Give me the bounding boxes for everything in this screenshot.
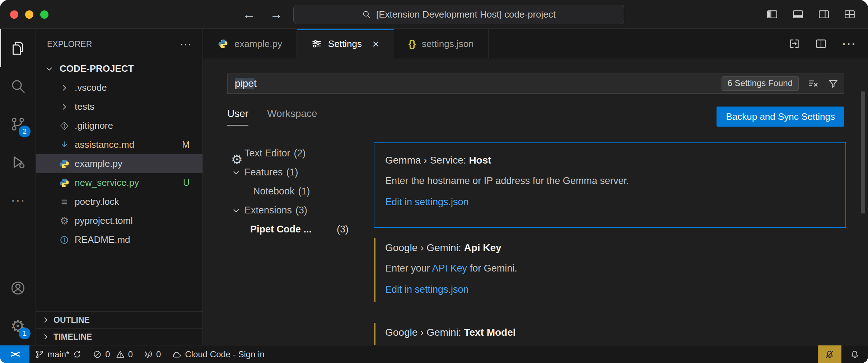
vscode-window: ← → [Extension Development Host] code-pr… [0, 0, 868, 363]
outline-section-header[interactable]: OUTLINE [36, 311, 202, 328]
forward-icon[interactable]: → [270, 7, 283, 22]
customize-layout-icon[interactable] [844, 8, 856, 20]
explorer-more-actions-icon[interactable]: ⋯ [179, 37, 192, 51]
description-text: Enter your [385, 263, 432, 274]
tab-example-py[interactable]: example.py [203, 29, 297, 58]
sync-changes-icon [73, 350, 82, 359]
edit-in-settings-json-link[interactable]: Edit in settings.json [385, 284, 469, 295]
source-control-view-button[interactable]: 2 [0, 105, 36, 143]
explorer-header: EXPLORER ⋯ [36, 29, 202, 59]
notifications-bell[interactable] [841, 345, 868, 363]
setting-item-gemini-api-key[interactable]: Google › Gemini: Api Key Enter your API … [374, 238, 846, 302]
toc-item-text-editor[interactable]: Text Editor (2) [230, 144, 367, 163]
warnings-count: 0 [128, 349, 133, 359]
tree-item-example-py[interactable]: example.py [36, 154, 202, 173]
edit-in-settings-json-link[interactable]: Edit in settings.json [385, 197, 469, 208]
toggle-panel-icon[interactable] [792, 8, 804, 20]
open-changes-icon[interactable] [788, 38, 801, 50]
search-view-button[interactable] [0, 67, 36, 105]
timeline-section-header[interactable]: TIMELINE [36, 328, 202, 345]
setting-category: Gemma › Service: [385, 155, 469, 166]
branch-label: main* [47, 349, 69, 359]
tree-item-new-service-py[interactable]: new_service.py U [36, 173, 202, 192]
scope-tab-workspace[interactable]: Workspace [267, 108, 317, 126]
tree-item-pyproject-toml[interactable]: ⚙ pyproject.toml [36, 211, 202, 230]
settings-scope-tabs: User Workspace [227, 108, 317, 126]
file-label: poetry.lock [75, 196, 119, 207]
back-icon[interactable]: ← [243, 7, 256, 22]
tab-bar: example.py Settings × {} settings.json [203, 29, 868, 58]
activity-bar-spacer [0, 219, 36, 269]
tree-item-readme-md[interactable]: README.md [36, 230, 202, 249]
tab-settings-json[interactable]: {} settings.json [394, 29, 489, 58]
close-tab-icon[interactable]: × [372, 38, 379, 50]
setting-item-gemma-service-host[interactable]: Gemma › Service: Host Enter the hostname… [374, 142, 846, 228]
split-editor-icon[interactable] [815, 38, 827, 50]
run-debug-icon [10, 154, 26, 170]
more-actions-icon[interactable]: ⋯ [841, 40, 856, 47]
tree-item-root[interactable]: CODE-PROJECT [36, 59, 202, 78]
tree-item-poetry-lock[interactable]: ≡ poetry.lock [36, 192, 202, 211]
settings-toc: Text Editor (2) Features (1) Notebook (1… [230, 144, 367, 239]
sidebar-sections: OUTLINE TIMELINE [36, 311, 202, 345]
activity-bar: 2 ⋯ ⚙ 1 [0, 29, 36, 345]
minimize-window-button[interactable] [25, 10, 33, 19]
filter-icon[interactable] [827, 78, 839, 89]
toc-item-features[interactable]: Features (1) [230, 163, 367, 182]
tree-item-assistance-md[interactable]: assistance.md M [36, 135, 202, 154]
cloud-icon [172, 349, 182, 359]
api-key-link[interactable]: API Key [432, 263, 467, 274]
setting-name: Host [469, 155, 491, 166]
branch-status[interactable]: main* [29, 345, 87, 363]
chevron-right-icon [41, 316, 50, 324]
file-label: new_service.py [75, 177, 139, 188]
file-label: .gitignore [75, 120, 113, 131]
toggle-secondary-sidebar-icon[interactable] [818, 8, 830, 20]
toc-item-pipet-code[interactable]: Pipet Code ... (3) [230, 220, 349, 239]
lock-file-icon: ≡ [57, 196, 71, 208]
problems-status[interactable]: 0 0 [87, 345, 138, 363]
settings-search-input[interactable]: pipet 6 Settings Found [227, 74, 844, 94]
root-folder-label: CODE-PROJECT [60, 63, 134, 74]
file-label: example.py [75, 158, 122, 169]
command-center[interactable]: [Extension Development Host] code-projec… [293, 5, 624, 24]
file-label: assistance.md [75, 139, 134, 150]
file-label: pyproject.toml [75, 215, 133, 226]
manage-settings-button[interactable]: ⚙ 1 [0, 307, 36, 345]
explorer-view-button[interactable] [0, 29, 36, 67]
do-not-disturb-status[interactable] [818, 345, 841, 363]
explorer-sidebar: EXPLORER ⋯ CODE-PROJECT .vscode tes [36, 29, 203, 345]
timeline-label: TIMELINE [53, 332, 92, 342]
tree-item-tests[interactable]: tests [36, 97, 202, 116]
setting-item-gemini-text-model[interactable]: Google › Gemini: Text Model [374, 323, 846, 345]
zoom-window-button[interactable] [40, 10, 48, 19]
toc-item-notebook[interactable]: Notebook (1) [230, 182, 367, 201]
setting-description: Enter the hostname or IP address for the… [385, 175, 845, 187]
setting-title: Gemma › Service: Host [385, 155, 845, 166]
tab-settings[interactable]: Settings × [297, 29, 394, 58]
accounts-button[interactable] [0, 269, 36, 307]
setting-name: Text Model [464, 327, 515, 338]
remote-indicator[interactable]: >< [0, 345, 29, 363]
description-text: for Gemini. [467, 263, 517, 274]
tree-item-gitignore[interactable]: .gitignore [36, 116, 202, 135]
close-window-button[interactable] [10, 10, 18, 19]
cloud-code-label: Cloud Code - Sign in [185, 349, 264, 359]
scrollbar[interactable] [861, 91, 865, 213]
run-debug-view-button[interactable] [0, 143, 36, 181]
more-views-button[interactable]: ⋯ [0, 181, 36, 219]
cloud-code-status[interactable]: Cloud Code - Sign in [166, 345, 270, 363]
toggle-primary-sidebar-icon[interactable] [766, 8, 778, 20]
tree-item-vscode[interactable]: .vscode [36, 78, 202, 97]
search-icon [362, 10, 371, 19]
results-count-badge: 6 Settings Found [722, 76, 799, 91]
setting-category: Google › Gemini: [385, 327, 464, 338]
toc-item-extensions[interactable]: Extensions (3) [230, 201, 367, 220]
git-branch-icon [35, 350, 44, 359]
ports-count: 0 [156, 349, 161, 359]
backup-sync-button[interactable]: Backup and Sync Settings [717, 107, 844, 127]
clear-filters-icon[interactable] [807, 78, 819, 89]
scope-tab-user[interactable]: User [227, 108, 248, 126]
ports-status[interactable]: 0 [138, 345, 166, 363]
setting-actions-gear-icon[interactable]: ⚙ [230, 152, 244, 167]
